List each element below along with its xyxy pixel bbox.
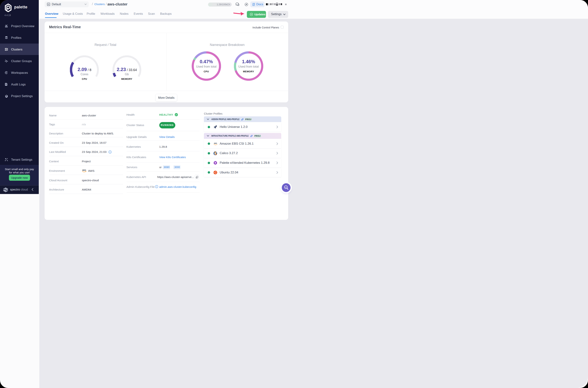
svg-text:aws: aws: [214, 142, 217, 144]
svg-text:aws: aws: [82, 169, 86, 171]
